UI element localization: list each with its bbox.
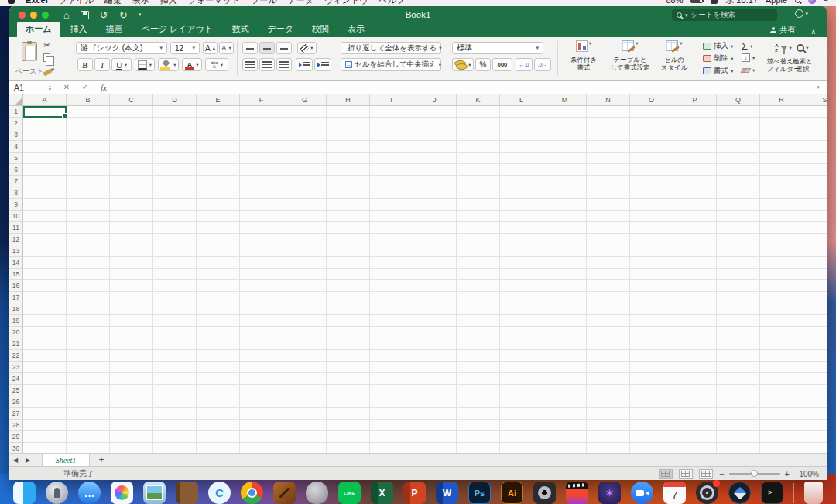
align-left-button[interactable] [242, 58, 258, 71]
column-header-D[interactable]: D [153, 94, 197, 105]
save-icon[interactable] [81, 11, 89, 19]
dock-icon-chrome[interactable] [241, 482, 263, 504]
column-header-R[interactable]: R [760, 94, 803, 105]
clear-button[interactable]: ▾ [742, 67, 755, 74]
spotlight-search-icon[interactable] [795, 0, 800, 3]
row-header-14[interactable]: 14 [9, 257, 22, 269]
formula-input[interactable] [113, 81, 810, 94]
cells-area[interactable] [23, 106, 827, 453]
dock-icon-app-store[interactable] [696, 482, 718, 504]
dock-icon-zoom[interactable] [631, 482, 653, 504]
row-header-7[interactable]: 7 [9, 176, 22, 187]
ribbon-tab-7[interactable]: 表示 [339, 22, 373, 37]
insert-cells-button[interactable]: 挿入▾ [703, 41, 733, 51]
decrease-indent-button[interactable] [296, 58, 313, 71]
row-header-18[interactable]: 18 [9, 303, 22, 315]
bold-button[interactable]: B [77, 58, 93, 71]
align-bottom-button[interactable] [276, 42, 292, 54]
increase-font-size-button[interactable]: A▴ [203, 42, 218, 54]
column-header-J[interactable]: J [413, 94, 457, 105]
dock-icon-garageband[interactable] [273, 482, 296, 504]
currency-format-button[interactable]: ▾ [452, 58, 474, 71]
dock-icon-illustrator[interactable]: Ai [501, 482, 523, 504]
delete-cells-button[interactable]: 削除▾ [703, 53, 733, 63]
sheet-tab-sheet1[interactable]: Sheet1 [42, 454, 90, 466]
column-header-E[interactable]: E [197, 94, 240, 105]
row-header-19[interactable]: 19 [9, 315, 22, 327]
selected-cell-a1[interactable] [23, 106, 67, 118]
fullscreen-button[interactable] [42, 12, 49, 19]
minimize-button[interactable] [30, 12, 37, 19]
dock-icon-media-utility[interactable] [533, 482, 556, 504]
fill-button[interactable]: ↓▾ [742, 53, 755, 62]
dock-icon-final-cut-pro[interactable] [566, 482, 588, 504]
autosum-button[interactable]: Σ▾ [742, 40, 752, 52]
comma-format-button[interactable]: 000 [492, 58, 512, 71]
ribbon-tab-3[interactable]: ページ レイアウト [133, 22, 222, 37]
align-middle-button[interactable] [259, 42, 275, 54]
page-break-view-button[interactable] [699, 469, 713, 479]
orientation-button[interactable]: ▾ [297, 42, 317, 54]
zoom-slider-track[interactable] [729, 473, 780, 475]
cancel-button[interactable]: ✕ [57, 83, 76, 91]
font-name-combo[interactable]: 游ゴシック (本文) ▾ [76, 42, 167, 54]
menu-item-8[interactable]: ヘルプ [379, 0, 405, 6]
column-header-O[interactable]: O [630, 94, 673, 105]
page-layout-view-button[interactable] [679, 469, 693, 479]
home-icon[interactable]: ⌂ [63, 9, 70, 21]
borders-button[interactable]: ▾ [135, 58, 155, 71]
increase-indent-button[interactable] [314, 58, 331, 71]
italic-button[interactable]: I [94, 58, 110, 71]
row-header-1[interactable]: 1 [9, 106, 22, 118]
menu-item-3[interactable]: 挿入 [160, 0, 177, 6]
dock-icon-notebook[interactable] [176, 482, 198, 504]
underline-button[interactable]: U▾ [111, 58, 132, 71]
menu-item-6[interactable]: データ [288, 0, 314, 6]
ribbon-tab-0[interactable]: ホーム [17, 22, 60, 37]
formula-bar-expand-icon[interactable]: ▾ [810, 84, 827, 91]
ribbon-tab-2[interactable]: 描画 [98, 22, 132, 37]
notification-center-icon[interactable]: ≡ [824, 0, 828, 5]
screen-capture-icon[interactable] [711, 0, 718, 4]
feedback-button[interactable]: ▾ [795, 9, 808, 18]
zoom-slider-handle[interactable] [751, 470, 758, 477]
format-painter-button[interactable] [43, 65, 52, 75]
row-header-9[interactable]: 9 [9, 199, 22, 211]
insert-function-button[interactable]: fx [94, 83, 113, 92]
row-header-29[interactable]: 29 [9, 431, 22, 443]
dock-icon-powerpoint[interactable]: P [403, 482, 426, 504]
row-header-27[interactable]: 27 [9, 408, 22, 420]
dock-icon-finder[interactable] [13, 482, 36, 504]
dock-icon-line[interactable]: LINE [338, 482, 361, 504]
siri-icon[interactable] [808, 0, 816, 4]
dock-icon-trash[interactable] [804, 482, 823, 504]
column-header-S[interactable]: S [803, 94, 827, 105]
dock-icon-preview[interactable] [143, 482, 166, 504]
menu-item-5[interactable]: ツール [251, 0, 277, 6]
column-header-I[interactable]: I [370, 94, 413, 105]
ribbon-tab-1[interactable]: 挿入 [62, 22, 96, 37]
phonetic-guide-button[interactable]: abcA ▾ [205, 58, 228, 71]
format-as-table-button[interactable]: ▾ テーブルとして書式設定 [607, 40, 653, 71]
decrease-font-size-button[interactable]: A▾ [219, 42, 234, 54]
number-format-combo[interactable]: 標準 ▾ [452, 42, 543, 54]
row-header-8[interactable]: 8 [9, 187, 22, 199]
normal-view-button[interactable] [659, 469, 673, 479]
row-header-6[interactable]: 6 [9, 164, 22, 176]
paste-button[interactable] [22, 42, 37, 61]
row-header-10[interactable]: 10 [9, 211, 22, 222]
enter-button[interactable]: ✓ [76, 83, 94, 91]
align-right-button[interactable] [276, 58, 292, 71]
font-color-button[interactable]: A▾ [182, 58, 202, 71]
dock-icon-imovie[interactable]: ✶ [598, 482, 621, 504]
menu-user-name[interactable]: Apple [766, 0, 787, 5]
row-header-20[interactable]: 20 [9, 327, 22, 338]
sheet-search-input[interactable]: ▾ シートを検索 [672, 9, 777, 21]
next-sheet-button[interactable]: ▶ [22, 457, 34, 464]
menu-item-7[interactable]: ウィンドウ [324, 0, 368, 6]
row-header-26[interactable]: 26 [9, 396, 22, 408]
dock-icon-gimp[interactable] [306, 482, 328, 504]
column-header-P[interactable]: P [673, 94, 717, 105]
customize-toolbar-caret-icon[interactable]: ▾ [139, 12, 142, 18]
redo-icon[interactable]: ↻ [119, 9, 128, 21]
